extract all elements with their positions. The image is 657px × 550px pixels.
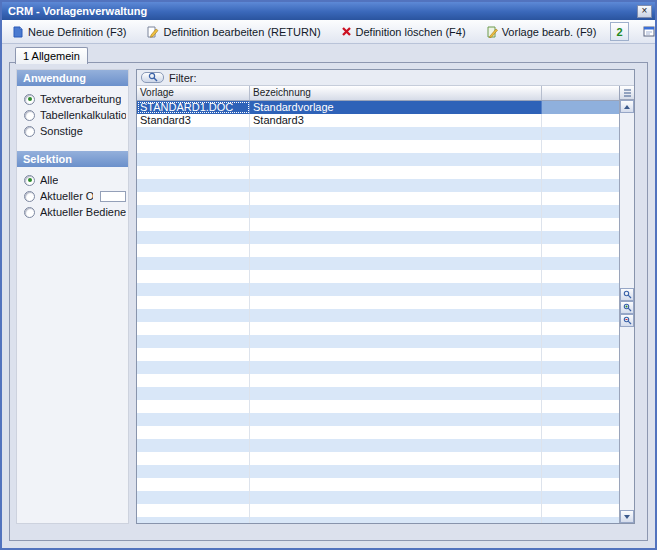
scroll-up-button[interactable] bbox=[620, 100, 634, 113]
table-row[interactable] bbox=[137, 270, 619, 283]
table-cell bbox=[542, 400, 619, 413]
table-row[interactable] bbox=[137, 179, 619, 192]
radio-option-aktueller-ordner[interactable]: Aktueller Ordner bbox=[17, 188, 128, 204]
table-row[interactable] bbox=[137, 283, 619, 296]
edit-definition-button[interactable]: Definition bearbeiten (RETURN) bbox=[140, 22, 326, 41]
group-anwendung: Anwendung Textverarbeitung Tabellenkalku… bbox=[17, 70, 128, 139]
table-row[interactable] bbox=[137, 413, 619, 426]
table-row[interactable] bbox=[137, 426, 619, 439]
column-chooser-button[interactable] bbox=[620, 86, 634, 100]
table-row[interactable] bbox=[137, 374, 619, 387]
radio-icon bbox=[24, 191, 35, 202]
column-header-vorlage[interactable]: Vorlage bbox=[137, 86, 250, 100]
table-row[interactable] bbox=[137, 361, 619, 374]
radio-option-textverarbeitung[interactable]: Textverarbeitung bbox=[17, 91, 128, 107]
new-definition-button[interactable]: Neue Definition (F3) bbox=[6, 22, 132, 41]
table-row[interactable] bbox=[137, 491, 619, 504]
table-row[interactable] bbox=[137, 192, 619, 205]
table-row[interactable] bbox=[137, 231, 619, 244]
radio-icon bbox=[24, 207, 35, 218]
table-cell bbox=[137, 400, 250, 413]
word-steuerformate-button[interactable]: Word-Steuerformate (F6) bbox=[637, 22, 657, 41]
zoom-out-button[interactable] bbox=[620, 314, 634, 327]
table-cell: STANDARD1.DOC bbox=[137, 101, 250, 114]
table-cell bbox=[542, 140, 619, 153]
column-header-filler bbox=[542, 86, 619, 100]
table-row[interactable] bbox=[137, 322, 619, 335]
table-cell bbox=[542, 361, 619, 374]
table-cell bbox=[137, 153, 250, 166]
table-cell bbox=[137, 140, 250, 153]
grid-header: Vorlage Bezeichnung bbox=[137, 86, 619, 101]
aktueller-ordner-input[interactable] bbox=[100, 191, 126, 202]
tab-allgemein[interactable]: 1 Allgemein bbox=[15, 47, 88, 64]
scrollbar-tool-cluster bbox=[620, 288, 634, 327]
table-row[interactable] bbox=[137, 335, 619, 348]
radio-label: Aktueller Ordner bbox=[40, 190, 93, 202]
edit-template-button[interactable]: Vorlage bearb. (F9) bbox=[480, 22, 603, 41]
table-row[interactable]: STANDARD1.DOCStandardvorlage bbox=[137, 101, 619, 114]
scroll-down-button[interactable] bbox=[620, 510, 634, 523]
button-label: Definition bearbeiten (RETURN) bbox=[163, 26, 320, 38]
table-row[interactable] bbox=[137, 348, 619, 361]
table-row[interactable] bbox=[137, 166, 619, 179]
table-cell bbox=[137, 439, 250, 452]
table-cell bbox=[542, 309, 619, 322]
table-cell bbox=[250, 257, 542, 270]
table-cell bbox=[542, 348, 619, 361]
table-cell bbox=[250, 179, 542, 192]
table-cell bbox=[542, 166, 619, 179]
table-row[interactable] bbox=[137, 439, 619, 452]
table-row[interactable] bbox=[137, 517, 619, 523]
radio-label: Sonstige bbox=[40, 125, 83, 137]
table-row[interactable] bbox=[137, 244, 619, 257]
table-row[interactable] bbox=[137, 296, 619, 309]
table-cell: Standardvorlage bbox=[250, 101, 542, 114]
table-row[interactable] bbox=[137, 205, 619, 218]
close-button[interactable]: × bbox=[637, 5, 652, 18]
table-cell bbox=[137, 244, 250, 257]
zoom-out-icon bbox=[623, 313, 632, 328]
table-cell: Standard3 bbox=[137, 114, 250, 127]
table-row[interactable] bbox=[137, 504, 619, 517]
table-row[interactable] bbox=[137, 257, 619, 270]
table-row[interactable] bbox=[137, 400, 619, 413]
radio-option-tabellenkalkulation[interactable]: Tabellenkalkulation bbox=[17, 107, 128, 123]
table-row[interactable]: Standard3Standard3 bbox=[137, 114, 619, 127]
table-cell bbox=[542, 374, 619, 387]
table-cell bbox=[250, 127, 542, 140]
vertical-scrollbar[interactable] bbox=[619, 86, 634, 523]
table-row[interactable] bbox=[137, 140, 619, 153]
filter-button[interactable] bbox=[141, 72, 164, 83]
table-cell bbox=[250, 478, 542, 491]
title-bar: CRM - Vorlagenverwaltung × bbox=[2, 2, 655, 20]
table-row[interactable] bbox=[137, 452, 619, 465]
table-row[interactable] bbox=[137, 465, 619, 478]
radio-option-aktueller-bediener[interactable]: Aktueller Bediener bbox=[17, 204, 128, 220]
table-cell bbox=[542, 439, 619, 452]
scrollbar-track[interactable] bbox=[620, 113, 634, 510]
radio-option-alle[interactable]: Alle bbox=[17, 172, 128, 188]
table-cell bbox=[250, 335, 542, 348]
column-header-bezeichnung[interactable]: Bezeichnung bbox=[250, 86, 542, 100]
table-row[interactable] bbox=[137, 127, 619, 140]
radio-option-sonstige[interactable]: Sonstige bbox=[17, 123, 128, 139]
table-cell bbox=[137, 452, 250, 465]
table-row[interactable] bbox=[137, 309, 619, 322]
table-cell bbox=[542, 517, 619, 523]
grid-lower: Vorlage Bezeichnung STANDARD1.DOCStandar… bbox=[137, 86, 634, 523]
count-2-button[interactable]: 2 bbox=[610, 22, 628, 41]
table-cell bbox=[542, 296, 619, 309]
radio-label: Tabellenkalkulation bbox=[40, 109, 126, 121]
table-row[interactable] bbox=[137, 387, 619, 400]
table-row[interactable] bbox=[137, 218, 619, 231]
table-row[interactable] bbox=[137, 153, 619, 166]
table-cell bbox=[250, 166, 542, 179]
table-cell bbox=[542, 426, 619, 439]
table-row[interactable] bbox=[137, 478, 619, 491]
column-chooser-icon bbox=[623, 85, 632, 100]
table-cell bbox=[250, 452, 542, 465]
radio-label: Textverarbeitung bbox=[40, 93, 121, 105]
delete-definition-button[interactable]: Definition löschen (F4) bbox=[335, 22, 472, 41]
word-window-icon bbox=[643, 26, 655, 37]
